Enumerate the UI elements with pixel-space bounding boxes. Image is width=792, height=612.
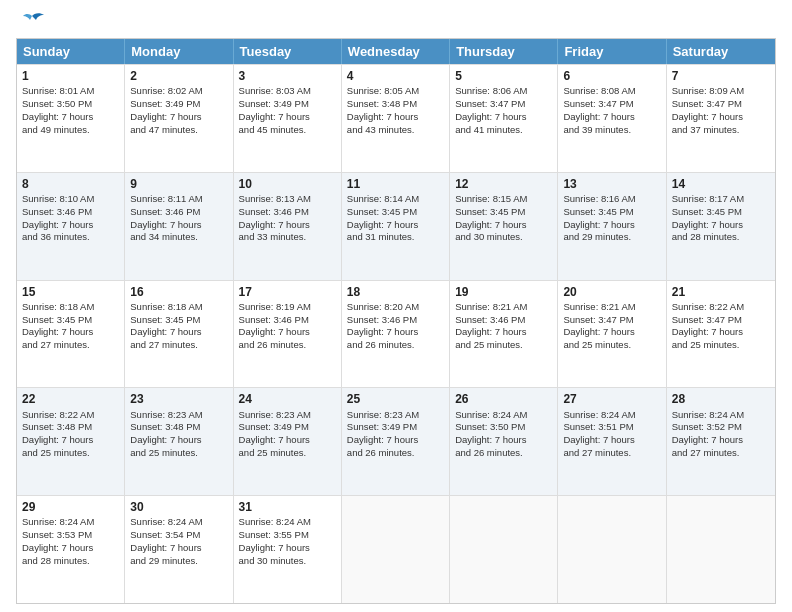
- day-detail: and 26 minutes.: [239, 339, 336, 352]
- day-detail: Sunset: 3:46 PM: [455, 314, 552, 327]
- day-detail: and 26 minutes.: [455, 447, 552, 460]
- day-detail: Daylight: 7 hours: [563, 326, 660, 339]
- day-detail: Daylight: 7 hours: [563, 434, 660, 447]
- calendar-week-4: 22Sunrise: 8:22 AMSunset: 3:48 PMDayligh…: [17, 387, 775, 495]
- calendar-cell: 21Sunrise: 8:22 AMSunset: 3:47 PMDayligh…: [667, 281, 775, 388]
- day-number: 9: [130, 176, 227, 192]
- day-detail: Sunset: 3:53 PM: [22, 529, 119, 542]
- day-detail: Sunset: 3:45 PM: [347, 206, 444, 219]
- day-number: 24: [239, 391, 336, 407]
- day-detail: Daylight: 7 hours: [672, 326, 770, 339]
- calendar-cell: 5Sunrise: 8:06 AMSunset: 3:47 PMDaylight…: [450, 65, 558, 172]
- day-number: 17: [239, 284, 336, 300]
- day-detail: Daylight: 7 hours: [672, 219, 770, 232]
- day-detail: and 28 minutes.: [22, 555, 119, 568]
- day-detail: and 34 minutes.: [130, 231, 227, 244]
- calendar-cell: 7Sunrise: 8:09 AMSunset: 3:47 PMDaylight…: [667, 65, 775, 172]
- day-detail: and 26 minutes.: [347, 339, 444, 352]
- day-number: 7: [672, 68, 770, 84]
- calendar: SundayMondayTuesdayWednesdayThursdayFrid…: [16, 38, 776, 604]
- day-detail: Daylight: 7 hours: [22, 542, 119, 555]
- day-detail: Sunrise: 8:22 AM: [22, 409, 119, 422]
- day-detail: Sunset: 3:50 PM: [455, 421, 552, 434]
- day-detail: Daylight: 7 hours: [239, 219, 336, 232]
- day-detail: Sunrise: 8:01 AM: [22, 85, 119, 98]
- day-detail: and 29 minutes.: [130, 555, 227, 568]
- day-detail: and 33 minutes.: [239, 231, 336, 244]
- day-detail: Sunrise: 8:19 AM: [239, 301, 336, 314]
- day-detail: Sunset: 3:52 PM: [672, 421, 770, 434]
- day-number: 20: [563, 284, 660, 300]
- calendar-cell: 19Sunrise: 8:21 AMSunset: 3:46 PMDayligh…: [450, 281, 558, 388]
- day-detail: Sunset: 3:46 PM: [347, 314, 444, 327]
- day-detail: Daylight: 7 hours: [672, 111, 770, 124]
- day-detail: and 31 minutes.: [347, 231, 444, 244]
- calendar-cell: 10Sunrise: 8:13 AMSunset: 3:46 PMDayligh…: [234, 173, 342, 280]
- day-detail: Sunset: 3:47 PM: [672, 98, 770, 111]
- day-detail: Daylight: 7 hours: [22, 111, 119, 124]
- day-detail: Sunrise: 8:05 AM: [347, 85, 444, 98]
- calendar-cell: 31Sunrise: 8:24 AMSunset: 3:55 PMDayligh…: [234, 496, 342, 603]
- calendar-cell: 26Sunrise: 8:24 AMSunset: 3:50 PMDayligh…: [450, 388, 558, 495]
- day-number: 11: [347, 176, 444, 192]
- weekday-header-thursday: Thursday: [450, 39, 558, 64]
- day-detail: Sunset: 3:45 PM: [672, 206, 770, 219]
- day-number: 30: [130, 499, 227, 515]
- day-number: 3: [239, 68, 336, 84]
- day-detail: Daylight: 7 hours: [563, 219, 660, 232]
- calendar-cell: 18Sunrise: 8:20 AMSunset: 3:46 PMDayligh…: [342, 281, 450, 388]
- day-detail: and 28 minutes.: [672, 231, 770, 244]
- day-detail: Daylight: 7 hours: [130, 111, 227, 124]
- day-detail: Sunset: 3:48 PM: [347, 98, 444, 111]
- day-number: 31: [239, 499, 336, 515]
- day-number: 10: [239, 176, 336, 192]
- calendar-cell: 20Sunrise: 8:21 AMSunset: 3:47 PMDayligh…: [558, 281, 666, 388]
- calendar-cell: 15Sunrise: 8:18 AMSunset: 3:45 PMDayligh…: [17, 281, 125, 388]
- day-detail: Sunset: 3:46 PM: [239, 206, 336, 219]
- day-detail: and 25 minutes.: [455, 339, 552, 352]
- calendar-cell: 28Sunrise: 8:24 AMSunset: 3:52 PMDayligh…: [667, 388, 775, 495]
- day-detail: and 37 minutes.: [672, 124, 770, 137]
- day-detail: and 45 minutes.: [239, 124, 336, 137]
- day-detail: Daylight: 7 hours: [130, 434, 227, 447]
- day-detail: and 25 minutes.: [239, 447, 336, 460]
- day-detail: Daylight: 7 hours: [130, 326, 227, 339]
- day-number: 1: [22, 68, 119, 84]
- day-detail: Sunset: 3:47 PM: [672, 314, 770, 327]
- day-detail: Sunrise: 8:23 AM: [130, 409, 227, 422]
- calendar-cell: 25Sunrise: 8:23 AMSunset: 3:49 PMDayligh…: [342, 388, 450, 495]
- day-detail: Daylight: 7 hours: [347, 111, 444, 124]
- day-number: 29: [22, 499, 119, 515]
- day-number: 26: [455, 391, 552, 407]
- day-detail: Sunrise: 8:18 AM: [22, 301, 119, 314]
- day-number: 19: [455, 284, 552, 300]
- header: [16, 12, 776, 30]
- day-detail: Sunset: 3:46 PM: [239, 314, 336, 327]
- day-detail: Sunrise: 8:15 AM: [455, 193, 552, 206]
- calendar-cell: [558, 496, 666, 603]
- day-detail: and 41 minutes.: [455, 124, 552, 137]
- logo: [16, 12, 46, 30]
- day-detail: Daylight: 7 hours: [239, 542, 336, 555]
- day-detail: and 25 minutes.: [22, 447, 119, 460]
- day-detail: Sunrise: 8:21 AM: [563, 301, 660, 314]
- day-number: 23: [130, 391, 227, 407]
- day-number: 5: [455, 68, 552, 84]
- calendar-week-1: 1Sunrise: 8:01 AMSunset: 3:50 PMDaylight…: [17, 64, 775, 172]
- day-detail: Daylight: 7 hours: [239, 111, 336, 124]
- day-detail: and 43 minutes.: [347, 124, 444, 137]
- calendar-cell: 14Sunrise: 8:17 AMSunset: 3:45 PMDayligh…: [667, 173, 775, 280]
- calendar-cell: 2Sunrise: 8:02 AMSunset: 3:49 PMDaylight…: [125, 65, 233, 172]
- day-detail: Sunrise: 8:24 AM: [455, 409, 552, 422]
- day-number: 15: [22, 284, 119, 300]
- calendar-week-3: 15Sunrise: 8:18 AMSunset: 3:45 PMDayligh…: [17, 280, 775, 388]
- day-detail: Daylight: 7 hours: [347, 219, 444, 232]
- day-detail: Daylight: 7 hours: [455, 326, 552, 339]
- calendar-header: SundayMondayTuesdayWednesdayThursdayFrid…: [17, 39, 775, 64]
- day-number: 14: [672, 176, 770, 192]
- calendar-cell: 6Sunrise: 8:08 AMSunset: 3:47 PMDaylight…: [558, 65, 666, 172]
- day-detail: Sunset: 3:50 PM: [22, 98, 119, 111]
- day-detail: Sunrise: 8:23 AM: [347, 409, 444, 422]
- calendar-cell: [342, 496, 450, 603]
- day-detail: Sunrise: 8:24 AM: [239, 516, 336, 529]
